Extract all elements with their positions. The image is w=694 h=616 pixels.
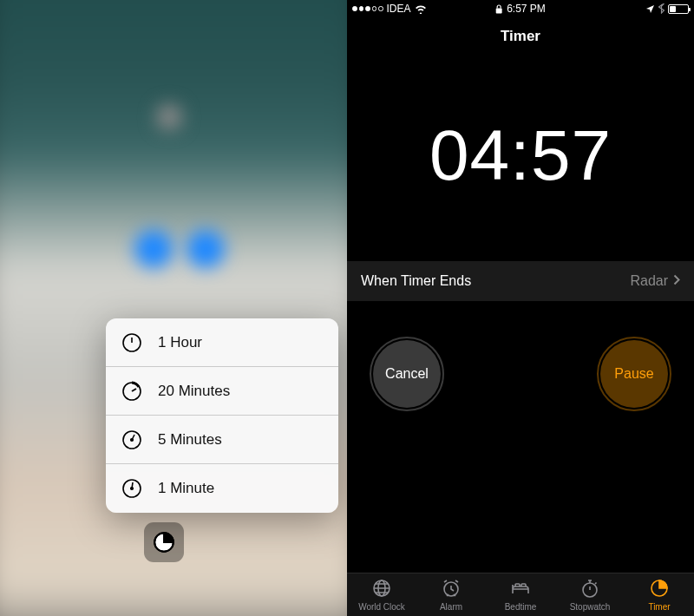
tab-label: Bedtime [505, 602, 537, 612]
stopwatch-icon [579, 578, 600, 600]
quick-action-1-minute[interactable]: 1 Minute [106, 464, 338, 513]
bg-blur-dot [187, 230, 225, 268]
quick-action-label: 20 Minutes [158, 383, 230, 400]
quick-actions-menu: 1 Hour 20 Minutes 5 Minutes 1 Minute [106, 318, 338, 513]
bg-blur-dot [134, 230, 173, 268]
status-left: IDEA [352, 3, 427, 15]
bed-icon [510, 578, 531, 600]
quick-action-label: 1 Hour [158, 334, 202, 351]
status-bar: IDEA 6:57 PM [347, 0, 694, 17]
left-screenshot: 1 Hour 20 Minutes 5 Minutes 1 Minute [0, 0, 347, 616]
globe-icon [371, 578, 392, 600]
tab-world-clock[interactable]: World Clock [347, 573, 416, 616]
signal-dots-icon [352, 6, 383, 11]
location-icon [645, 4, 655, 14]
pause-button[interactable]: Pause [600, 340, 668, 408]
timer-icon [649, 578, 670, 600]
chevron-right-icon [673, 273, 680, 289]
tab-bar: World Clock Alarm Bedtime Stopwatch Time… [347, 573, 694, 616]
bg-blur-dot [156, 104, 182, 130]
svg-point-3 [131, 438, 134, 441]
timer-icon [121, 478, 142, 499]
status-time: 6:57 PM [507, 3, 546, 15]
tab-label: Timer [648, 602, 670, 612]
timer-buttons: Cancel Pause [347, 340, 694, 408]
ends-value: Radar [630, 273, 680, 289]
status-right [645, 3, 689, 14]
tab-label: Alarm [440, 602, 462, 612]
timer-countdown: 04:57 [347, 115, 694, 196]
svg-rect-8 [496, 8, 502, 13]
page-title: Timer [347, 17, 694, 54]
when-timer-ends-row[interactable]: When Timer Ends Radar [347, 261, 694, 301]
pause-label: Pause [614, 366, 653, 382]
timer-icon [121, 429, 142, 450]
tab-timer[interactable]: Timer [625, 573, 694, 616]
svg-point-5 [131, 488, 134, 490]
cancel-button[interactable]: Cancel [373, 340, 441, 408]
wifi-icon [415, 4, 427, 14]
right-screenshot: IDEA 6:57 PM Timer 04:57 When Timer Ends… [347, 0, 694, 616]
ends-label: When Timer Ends [361, 273, 471, 289]
cancel-label: Cancel [385, 366, 429, 382]
tab-label: World Clock [358, 602, 405, 612]
quick-action-label: 5 Minutes [158, 431, 222, 449]
timer-app-icon[interactable] [144, 522, 184, 562]
timer-icon [121, 332, 142, 353]
quick-action-20-minutes[interactable]: 20 Minutes [106, 367, 338, 416]
bluetooth-icon [658, 3, 665, 14]
quick-action-1-hour[interactable]: 1 Hour [106, 318, 338, 367]
status-center: 6:57 PM [495, 3, 546, 15]
tab-alarm[interactable]: Alarm [416, 573, 486, 616]
lock-icon [495, 4, 502, 14]
tab-label: Stopwatch [570, 602, 611, 612]
tab-bedtime[interactable]: Bedtime [486, 573, 555, 616]
timer-icon [121, 381, 142, 402]
battery-icon [668, 4, 689, 14]
ends-value-text: Radar [630, 273, 668, 289]
quick-action-5-minutes[interactable]: 5 Minutes [106, 416, 338, 464]
alarm-icon [441, 578, 462, 600]
carrier-label: IDEA [387, 3, 411, 15]
tab-stopwatch[interactable]: Stopwatch [555, 573, 625, 616]
quick-action-label: 1 Minute [158, 480, 214, 497]
